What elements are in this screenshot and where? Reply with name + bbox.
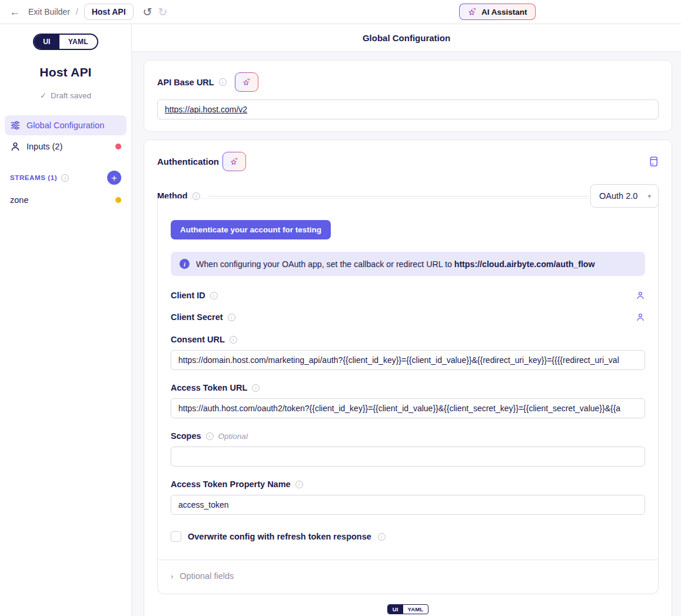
toggle-ui[interactable]: UI <box>34 35 59 49</box>
scopes-input[interactable] <box>171 447 645 467</box>
sidebar-ui-yaml-toggle: UI YAML <box>33 34 98 50</box>
overwrite-config-checkbox[interactable] <box>171 531 181 542</box>
undo-icon[interactable]: ↺ <box>143 6 152 18</box>
authentication-card: Authentication <box>144 139 672 616</box>
add-stream-button[interactable]: + <box>107 171 121 185</box>
consent-url-label: Consent URL <box>171 335 225 344</box>
info-icon <box>61 174 69 182</box>
ai-sparkle-star-icon <box>230 157 239 167</box>
documentation-book-icon[interactable] <box>649 156 659 167</box>
breadcrumb-separator: / <box>76 7 78 16</box>
token-property-input[interactable] <box>171 495 645 515</box>
topbar: ← Exit Builder / Host API ↺ ↻ AI Assista… <box>0 0 681 24</box>
overwrite-config-row: Overwrite config with refresh token resp… <box>171 531 645 542</box>
stream-item-zone[interactable]: zone <box>10 195 121 205</box>
token-property-group: Access Token Property Name <box>171 480 645 515</box>
client-secret-row: Client Secret <box>171 312 645 322</box>
info-circle-icon <box>180 259 190 269</box>
stream-status-dot <box>115 197 121 203</box>
page-title: Global Configuration <box>363 33 450 43</box>
token-property-label: Access Token Property Name <box>171 480 291 489</box>
ai-assistant-label: AI Assistant <box>481 8 527 16</box>
ai-suggest-button[interactable] <box>222 152 246 171</box>
ai-suggest-button[interactable] <box>235 72 258 92</box>
streams-header-label: STREAMS (1) <box>10 174 57 181</box>
optional-fields-expander[interactable]: › Optional fields <box>171 571 645 581</box>
consent-url-input[interactable] <box>171 350 645 370</box>
client-id-row: Client ID <box>171 291 645 300</box>
banner-text: When configuring your OAuth app, set the… <box>196 259 595 269</box>
main-content: API Base URL <box>132 52 681 616</box>
sidebar-nav: Global Configuration Inputs (2) <box>5 115 127 157</box>
main-header: Global Configuration <box>132 24 681 52</box>
back-arrow-icon[interactable]: ← <box>9 6 20 17</box>
info-icon <box>219 78 227 86</box>
sidebar-item-label: Global Configuration <box>26 121 104 130</box>
info-icon <box>228 314 235 321</box>
draft-status-label: Draft saved <box>51 91 91 100</box>
info-icon <box>210 292 218 299</box>
scopes-label: Scopes <box>171 431 201 441</box>
draft-status: ✓ Draft saved <box>0 91 131 100</box>
info-icon <box>206 432 214 440</box>
api-base-url-card: API Base URL <box>144 60 672 132</box>
ai-assistant-button[interactable]: AI Assistant <box>459 4 536 20</box>
info-icon <box>252 384 260 392</box>
access-token-url-input[interactable] <box>171 398 645 418</box>
ai-sparkle-star-icon <box>467 7 477 17</box>
toggle-yaml[interactable]: YAML <box>403 605 428 614</box>
banner-callback-url: https://cloud.airbyte.com/auth_flow <box>454 259 595 269</box>
chevron-right-icon: › <box>171 572 173 581</box>
sidebar: UI YAML Host API ✓ Draft saved Global Co… <box>0 24 132 616</box>
authentication-label: Authentication <box>157 157 219 167</box>
client-secret-label: Client Secret <box>171 312 223 322</box>
access-token-url-group: Access Token URL <box>171 383 645 418</box>
optional-fields-label: Optional fields <box>180 571 234 581</box>
oauth-config-panel: Authenticate your account for testing Wh… <box>157 198 659 594</box>
authenticate-button[interactable]: Authenticate your account for testing <box>171 220 331 239</box>
connector-title: Host API <box>0 65 131 79</box>
banner-text-prefix: When configuring your OAuth app, set the… <box>196 259 454 269</box>
api-base-url-label: API Base URL <box>157 78 214 87</box>
toggle-ui[interactable]: UI <box>388 605 403 614</box>
divider <box>208 196 589 197</box>
streams-header: STREAMS (1) + <box>10 171 121 185</box>
stream-item-label: zone <box>10 195 28 205</box>
sidebar-item-inputs[interactable]: Inputs (2) <box>5 136 127 157</box>
inputs-status-dot <box>115 144 121 149</box>
access-token-url-label: Access Token URL <box>171 383 247 392</box>
oauth-callback-banner: When configuring your OAuth app, set the… <box>171 252 645 276</box>
sidebar-item-global-configuration[interactable]: Global Configuration <box>5 115 127 135</box>
user-input-icon[interactable] <box>636 312 645 322</box>
chevron-down-icon: ▾ <box>647 192 651 200</box>
redo-icon[interactable]: ↻ <box>158 6 167 18</box>
optional-tag: Optional <box>218 432 248 441</box>
main-area: Global Configuration API Base URL <box>132 24 681 616</box>
exit-builder-link[interactable]: Exit Builder <box>28 7 70 16</box>
info-icon <box>378 533 386 541</box>
client-id-label: Client ID <box>171 291 205 300</box>
overwrite-config-label: Overwrite config with refresh token resp… <box>188 532 371 541</box>
info-icon <box>230 336 237 344</box>
scopes-group: Scopes Optional <box>171 431 645 467</box>
consent-url-group: Consent URL <box>171 335 645 370</box>
footer-ui-yaml-toggle: UI YAML <box>387 604 429 614</box>
user-icon <box>10 141 21 152</box>
api-base-url-input[interactable] <box>157 99 659 119</box>
divider <box>158 560 658 560</box>
method-selected-value: OAuth 2.0 <box>599 191 637 201</box>
user-input-icon[interactable] <box>636 291 645 300</box>
info-icon <box>295 481 303 488</box>
ai-sparkle-star-icon <box>242 78 251 87</box>
sidebar-item-label: Inputs (2) <box>26 142 62 151</box>
connector-name-input[interactable]: Host API <box>84 4 134 20</box>
sliders-icon <box>10 120 21 131</box>
method-select[interactable]: OAuth 2.0 ▾ <box>590 184 659 208</box>
toggle-yaml[interactable]: YAML <box>59 35 97 49</box>
check-icon: ✓ <box>40 91 46 100</box>
